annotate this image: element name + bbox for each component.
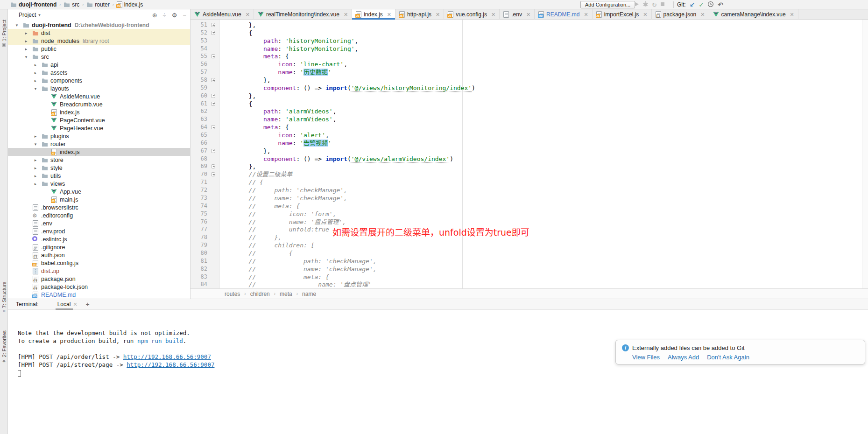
tree-item-views[interactable]: ▸views [8, 180, 190, 188]
chevron-right-icon[interactable]: ▸ [33, 134, 38, 139]
close-tab-icon[interactable]: ✕ [491, 12, 495, 18]
editor-tab-package.json[interactable]: {}package.json✕ [652, 9, 709, 20]
tree-item-assets[interactable]: ▸assets [8, 69, 190, 77]
editor-tab-.env[interactable]: .env✕ [500, 9, 535, 20]
tree-item-node_modules[interactable]: ▸node_moduleslibrary root [8, 37, 190, 45]
tree-item-auth.json[interactable]: {}auth.json [8, 251, 190, 259]
tree-item-main.js[interactable]: JSmain.js [8, 196, 190, 203]
close-tab-icon[interactable]: ✕ [526, 12, 530, 18]
stripe-structure-button[interactable]: ≡ 7: Structure [0, 281, 8, 312]
tree-item-src[interactable]: ▾src [8, 53, 190, 61]
terminal-link[interactable]: http://192.168.66.56:9007 [123, 353, 211, 360]
chevron-right-icon[interactable]: ▸ [33, 78, 38, 83]
tree-item-.gitignore[interactable]: ⊘.gitignore [8, 243, 190, 251]
chevron-down-icon[interactable]: ▾ [33, 86, 38, 91]
notification-link-Don-t-Ask-Again[interactable]: Don't Ask Again [707, 354, 749, 361]
chevron-right-icon[interactable]: ▸ [23, 39, 29, 43]
editor-breadcrumb-routes[interactable]: routes [225, 291, 240, 297]
editor-tab-cameraManage-index.vue[interactable]: cameraManage\index.vue✕ [709, 9, 798, 20]
tree-item-utils[interactable]: ▸utils [8, 172, 190, 180]
fold-down-icon[interactable] [211, 31, 215, 35]
editor-tab-importExcel.js[interactable]: JSimportExcel.js✕ [593, 9, 652, 20]
tree-item-layouts[interactable]: ▾layouts [8, 84, 190, 92]
rerun-icon[interactable]: ↻ [652, 1, 657, 8]
close-tab-icon[interactable]: ✕ [344, 12, 348, 18]
locate-icon[interactable]: ⊕ [152, 12, 157, 18]
chevron-right-icon[interactable]: ▸ [33, 158, 38, 162]
notification-link-View-Files[interactable]: View Files [632, 354, 660, 361]
fold-down-icon[interactable] [211, 54, 215, 58]
tree-item-components[interactable]: ▸components [8, 77, 190, 84]
tree-item-PageContent.vue[interactable]: PageContent.vue [8, 116, 190, 124]
editor-tab-realTimeMonitoring-index.vue[interactable]: realTimeMonitoring\index.vue✕ [254, 9, 352, 20]
breadcrumb-item-src[interactable]: src [64, 1, 79, 8]
close-tab-icon[interactable]: ✕ [790, 12, 794, 18]
tree-item-style[interactable]: ▸style [8, 164, 190, 172]
tree-item-babel.config.js[interactable]: JSbabel.config.js [8, 259, 190, 267]
editor-tab-http-api.js[interactable]: JShttp-api.js✕ [395, 9, 444, 20]
breadcrumb-item-duoji-frontend[interactable]: duoji-frontend [10, 1, 56, 8]
settings-icon[interactable]: ⚙ [172, 12, 177, 18]
fold-down-icon[interactable] [211, 125, 215, 129]
editor-tab-index.js[interactable]: JSindex.js✕ [352, 9, 395, 20]
editor-breadcrumb-name[interactable]: name [302, 291, 316, 297]
chevron-right-icon[interactable]: ▸ [23, 31, 29, 35]
chevron-right-icon[interactable]: ▸ [23, 47, 29, 51]
breadcrumb-item-index.js[interactable]: JSindex.js [117, 1, 143, 8]
rollback-undo-icon[interactable]: ↶ [718, 1, 723, 8]
fold-down-icon[interactable] [211, 102, 215, 106]
chevron-down-icon[interactable]: ▾ [14, 23, 20, 28]
tree-item-package-lock.json[interactable]: {}package-lock.json [8, 283, 190, 291]
close-tab-icon[interactable]: ✕ [436, 12, 440, 18]
hide-icon[interactable]: − [183, 12, 186, 18]
code-editor[interactable]: 51 },52 {53 path: 'historyMonitoring',54… [191, 20, 868, 288]
fold-up-icon[interactable] [211, 164, 215, 168]
tree-item-index.js[interactable]: JSindex.js [8, 108, 190, 116]
tree-item-Breadcrumb.vue[interactable]: Breadcrumb.vue [8, 100, 190, 108]
tree-item-package.json[interactable]: {}package.json [8, 275, 190, 283]
fold-up-icon[interactable] [211, 23, 215, 27]
fold-up-icon[interactable] [211, 94, 215, 98]
chevron-right-icon[interactable]: ▸ [33, 63, 38, 67]
tree-item-dist[interactable]: ▸dist [8, 29, 190, 37]
tree-item-README.md[interactable]: MDREADME.md [8, 291, 190, 299]
chevron-right-icon[interactable]: ▸ [33, 70, 38, 75]
git-update-icon[interactable]: ↙ [690, 1, 695, 8]
add-configuration-button[interactable]: Add Configuration... [580, 1, 635, 8]
fold-down-icon[interactable] [211, 172, 215, 176]
tree-item-api[interactable]: ▸api [8, 61, 190, 69]
tree-item-.env[interactable]: .env [8, 219, 190, 227]
editor-breadcrumb-meta[interactable]: meta [280, 291, 292, 297]
tree-item-.env.prod[interactable]: .env.prod [8, 227, 190, 235]
tree-item-duoji-frontend[interactable]: ▾duoji-frontendD:\zheheWeb\duoji-fronten… [8, 21, 190, 29]
chevron-right-icon[interactable]: ▸ [33, 174, 38, 178]
close-tab-icon[interactable]: ✕ [700, 12, 705, 18]
tree-item-.browserslistrc[interactable]: .browserslistrc [8, 203, 190, 211]
tree-item-AsideMenu.vue[interactable]: AsideMenu.vue [8, 92, 190, 100]
tree-item-dist.zip[interactable]: dist.zip [8, 267, 190, 275]
editor-scrollbar[interactable] [862, 20, 868, 288]
editor-breadcrumb-children[interactable]: children [250, 291, 270, 297]
editor-tab-README.md[interactable]: MDREADME.md✕ [535, 9, 593, 20]
notification-link-Always-Add[interactable]: Always Add [668, 354, 699, 361]
close-tab-icon[interactable]: ✕ [643, 12, 647, 18]
close-tab-icon[interactable]: ✕ [584, 12, 588, 18]
editor-tab-vue.config.js[interactable]: JSvue.config.js✕ [444, 9, 500, 20]
fold-up-icon[interactable] [211, 78, 215, 82]
tree-item-store[interactable]: ▸store [8, 156, 190, 164]
tree-item-PageHeader.vue[interactable]: PageHeader.vue [8, 124, 190, 132]
stop-icon[interactable] [660, 1, 665, 8]
close-tab-icon[interactable]: ✕ [387, 12, 391, 18]
breadcrumb-item-router[interactable]: router [86, 1, 109, 8]
close-tab-icon[interactable]: ✕ [246, 12, 250, 18]
tree-item-router[interactable]: ▾router [8, 140, 190, 148]
fold-up-icon[interactable] [211, 149, 215, 153]
chevron-right-icon[interactable]: ▸ [33, 182, 38, 186]
tree-item-.editorconfig[interactable]: ⚙.editorconfig [8, 211, 190, 219]
chevron-down-icon[interactable]: ▾ [23, 55, 29, 59]
chevron-down-icon[interactable]: ▾ [33, 142, 38, 147]
git-commit-check-icon[interactable]: ✓ [699, 1, 704, 8]
terminal-tab-local[interactable]: Local ✕ [56, 299, 79, 310]
collapse-all-icon[interactable]: ÷ [163, 12, 166, 18]
tree-item-public[interactable]: ▸public [8, 45, 190, 53]
